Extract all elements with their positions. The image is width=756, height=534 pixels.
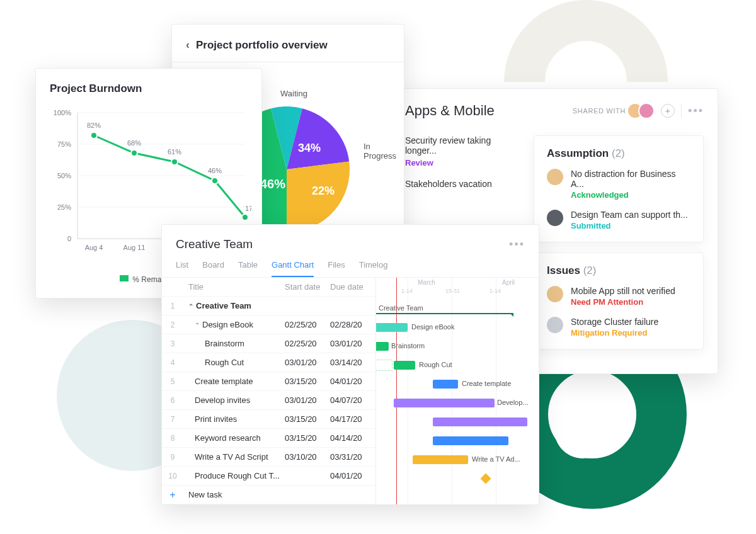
gantt-bar[interactable] [433,380,458,389]
more-menu-icon[interactable]: ••• [688,105,704,118]
avatar [547,169,563,185]
card-title: Assumption (2) [547,147,690,160]
risk-item-tag: Review [405,158,520,168]
milestone-diamond[interactable] [481,474,491,484]
avatar [547,210,563,226]
status-badge: Acknowledged [571,190,690,200]
gantt-bar-planned [376,360,392,371]
status-badge: Mitigation Required [571,328,658,338]
avatar[interactable] [638,103,655,119]
pie-label-inprogress: In Progress [364,142,396,161]
table-row[interactable]: 1⌃Creative Team [162,297,375,315]
pie-label-waiting: Waiting [280,89,307,98]
list-item[interactable]: No distraction for Business A... Acknowl… [547,169,690,200]
svg-text:68%: 68% [127,139,141,147]
chevron-down-icon[interactable]: ⌃ [188,303,193,310]
plus-icon[interactable]: + [162,489,183,501]
tab-gantt[interactable]: Gantt Chart [272,260,314,277]
card-title: Issues (2) [547,264,690,277]
chevron-down-icon[interactable]: ⌃ [195,322,200,329]
svg-point-17 [91,132,97,139]
month-label: April [502,279,515,286]
bar-label: Creative Team [379,304,423,312]
table-row[interactable]: 5Create template03/15/2004/01/20 [162,372,375,391]
table-row[interactable]: 8Keyword research03/15/2004/14/20 [162,429,375,448]
list-item[interactable]: Storage Cluster failure Mitigation Requi… [547,317,690,338]
legend-swatch [120,275,129,281]
table-row[interactable]: 4Rough Cut03/01/2003/14/20 [162,353,375,372]
view-tabs: List Board Table Gantt Chart Files Timel… [162,251,539,278]
svg-text:22%: 22% [312,185,335,197]
gantt-timeline[interactable]: March April 1-14 15-31 1-14 🗀 Creative T… [376,278,539,504]
svg-text:61%: 61% [168,148,181,156]
status-badge: Submitted [571,221,688,230]
svg-point-18 [131,150,137,156]
list-item[interactable]: Mobile App still not verified Need PM At… [547,286,690,307]
status-badge: Need PM Attention [571,297,675,307]
folder-icon: 🗀 [376,304,377,312]
svg-text:0: 0 [67,235,71,242]
svg-text:82%: 82% [87,122,101,129]
avatar [547,286,563,302]
card-count: (2) [612,147,625,159]
svg-text:Aug 4: Aug 4 [85,244,103,251]
tab-files[interactable]: Files [328,260,345,277]
svg-text:46%: 46% [260,177,285,191]
svg-text:75%: 75% [57,140,71,148]
table-row[interactable]: 7Print invites03/15/2004/17/20 [162,410,375,429]
decorative-circle-white [554,402,611,458]
apps-title: Apps & Mobile [405,103,495,119]
svg-text:34%: 34% [298,142,321,154]
group-bar[interactable] [376,313,513,314]
burndown-title: Project Burndown [50,82,248,95]
assumption-card: Assumption (2) No distraction for Busine… [534,135,704,242]
table-row[interactable]: 6Develop invites03/01/2004/07/20 [162,391,375,410]
col-start[interactable]: Start date [285,282,330,292]
tab-timelog[interactable]: Timelog [359,260,388,277]
issues-card: Issues (2) Mobile App still not verified… [534,253,704,349]
card-count: (2) [583,264,597,276]
table-row[interactable]: 9Write a TV Ad Script03/10/2003/31/20 [162,448,375,467]
svg-text:46%: 46% [208,167,222,174]
gantt-bar[interactable] [394,399,495,407]
svg-text:100%: 100% [54,109,71,116]
gantt-bar[interactable] [376,323,408,332]
more-menu-icon[interactable]: ••• [509,238,525,251]
svg-text:Aug 11: Aug 11 [123,244,146,251]
svg-text:25%: 25% [57,203,71,211]
list-item[interactable]: Design Team can support th... Submitted [547,210,690,230]
gantt-bar[interactable] [413,455,468,464]
table-row[interactable]: 3Brainstorm02/25/2003/01/20 [162,334,375,353]
shared-avatars[interactable] [632,103,655,119]
svg-text:50%: 50% [57,172,71,179]
shared-with-label: SHARED WITH [573,107,626,115]
table-row[interactable]: 10Produce Rough Cut T...04/01/20 [162,467,375,486]
col-title[interactable]: Title [183,282,285,292]
risk-item-title[interactable]: Security review taking longer... [405,135,520,156]
portfolio-title: Project portfolio overview [196,39,328,52]
table-row[interactable]: 2⌃Design eBook02/25/2002/28/20 [162,315,375,334]
gantt-bar[interactable] [376,342,389,351]
new-task-row[interactable]: + New task [162,486,375,504]
gantt-bar[interactable] [433,418,527,426]
tab-table[interactable]: Table [238,260,258,277]
tab-board[interactable]: Board [202,260,224,277]
divider [681,104,682,118]
col-due[interactable]: Due date [330,282,375,292]
svg-point-20 [212,178,218,184]
gantt-bar[interactable] [394,361,415,370]
gantt-bar[interactable] [433,436,508,445]
add-share-button[interactable]: + [661,104,675,118]
svg-point-21 [242,214,248,220]
gantt-table: Title Start date Due date 1⌃Creative Tea… [162,278,376,504]
gantt-panel: Creative Team ••• List Board Table Gantt… [161,224,539,505]
back-icon[interactable]: ‹ [186,38,190,52]
gantt-title: Creative Team [176,237,253,251]
svg-text:17%: 17% [245,205,251,212]
avatar [547,317,563,333]
month-label: March [418,279,435,286]
tab-list[interactable]: List [176,260,188,277]
risk-item-title[interactable]: Stakeholders vacation [405,179,520,189]
svg-point-19 [171,159,178,165]
